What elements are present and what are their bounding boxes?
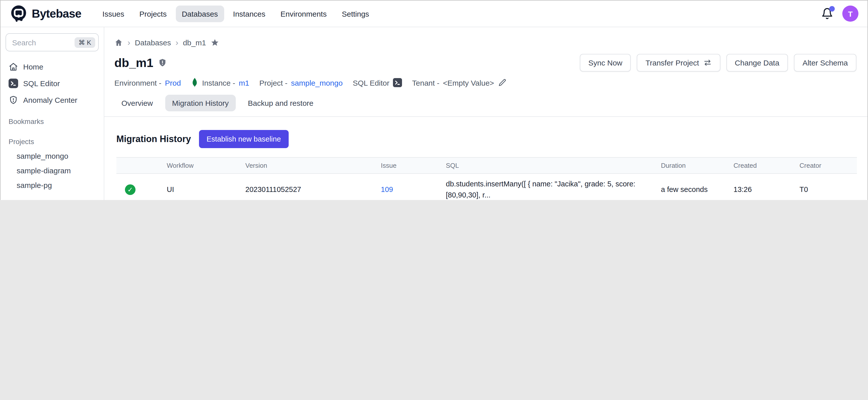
alter-schema-button[interactable]: Alter Schema — [794, 54, 857, 71]
bytebase-logo[interactable]: Bytebase — [9, 4, 81, 23]
topbar-right: T — [821, 5, 859, 22]
top-nav-menu: Issues Projects Databases Instances Envi… — [96, 5, 375, 22]
sql-cell: db.students.insertMany([ { name: "Jacika… — [441, 174, 656, 200]
chevron-right-icon: › — [127, 38, 130, 47]
column-header: Version — [240, 157, 376, 174]
sidebar-section-databases: Databases — [4, 198, 100, 200]
terminal-icon — [8, 79, 18, 88]
sidebar: ⌘ K Home SQL Editor — [0, 27, 104, 200]
title-row: db_m1 Sync Now Transfer Project — [104, 47, 868, 71]
migration-history-table: WorkflowVersionIssueSQLDurationCreatedCr… — [116, 157, 857, 200]
logo-text: Bytebase — [32, 7, 81, 21]
sync-now-button[interactable]: Sync Now — [580, 54, 631, 71]
sidebar-item-label: Home — [23, 62, 43, 71]
bookmark-star-icon[interactable] — [211, 38, 219, 47]
created-cell: 13:26 — [728, 174, 795, 200]
project-link[interactable]: sample_mongo — [291, 78, 343, 87]
notification-bell-icon[interactable] — [821, 7, 833, 20]
bytebase-logo-icon — [9, 4, 28, 23]
change-data-button[interactable]: Change Data — [726, 54, 788, 71]
app-window: Bytebase Issues Projects Databases Insta… — [0, 0, 868, 200]
creator-cell: T0 — [795, 174, 857, 200]
top-nav-item[interactable]: Issues — [96, 5, 130, 22]
search-input[interactable] — [11, 37, 74, 47]
meta-tenant: Tenant - <Empty Value> — [412, 78, 506, 87]
column-header: Created — [728, 157, 795, 174]
instance-label: Instance - — [202, 78, 235, 87]
success-icon: ✓ — [125, 184, 135, 195]
migration-section-header: Migration History Establish new baseline — [104, 117, 868, 148]
sidebar-item-label: SQL Editor — [23, 79, 60, 88]
meta-project: Project - sample_mongo — [259, 78, 343, 87]
search-box[interactable]: ⌘ K — [5, 33, 99, 51]
transfer-project-label: Transfer Project — [646, 58, 699, 67]
transfer-arrows-icon — [703, 58, 712, 67]
environment-label: Environment - — [114, 78, 161, 87]
meta-instance: Instance - m1 — [191, 78, 249, 88]
section-title: Migration History — [116, 134, 191, 144]
sidebar-item-anomaly-center[interactable]: Anomaly Center — [4, 92, 100, 108]
establish-baseline-button[interactable]: Establish new baseline — [199, 130, 288, 148]
avatar[interactable]: T — [842, 5, 859, 22]
database-meta-row: Environment - Prod Instance - m1 Project… — [104, 71, 868, 88]
instance-link[interactable]: m1 — [239, 78, 249, 87]
sidebar-project-item[interactable]: sample-pg — [4, 178, 100, 192]
table-header-row: WorkflowVersionIssueSQLDurationCreatedCr… — [116, 157, 857, 174]
meta-sql-editor[interactable]: SQL Editor — [353, 78, 402, 87]
top-nav-item[interactable]: Instances — [227, 5, 271, 22]
breadcrumb: › Databases › db_m1 — [104, 27, 868, 47]
chevron-right-icon: › — [176, 38, 178, 47]
sidebar-project-item[interactable]: sample-diagram — [4, 163, 100, 178]
tab[interactable]: Overview — [114, 95, 160, 111]
top-nav-item[interactable]: Projects — [133, 5, 173, 22]
workflow-cell: UI — [162, 174, 240, 200]
sidebar-project-item[interactable]: sample_mongo — [4, 149, 100, 163]
search-shortcut-badge: ⌘ K — [74, 37, 95, 48]
meta-environment: Environment - Prod — [114, 78, 181, 87]
table-row[interactable]: ✓ ! UI 20230111052527 109 db.students.in… — [116, 174, 857, 200]
tenant-value: <Empty Value> — [443, 78, 494, 87]
sidebar-projects-list: sample_mongo sample-diagram sample-pg — [4, 149, 100, 192]
issue-link[interactable]: 109 — [381, 186, 393, 194]
mongodb-leaf-icon — [191, 78, 198, 88]
project-label: Project - — [259, 78, 288, 87]
sidebar-item-label: Anomaly Center — [23, 96, 77, 104]
sql-editor-label: SQL Editor — [353, 78, 390, 87]
top-navbar: Bytebase Issues Projects Databases Insta… — [0, 0, 868, 27]
transfer-project-button[interactable]: Transfer Project — [637, 54, 720, 71]
version-cell: 20230111052527 — [240, 174, 376, 200]
action-buttons: Sync Now Transfer Project Change Data Al… — [580, 54, 857, 71]
home-icon — [8, 62, 18, 71]
breadcrumb-databases[interactable]: Databases — [135, 38, 171, 47]
shield-alert-icon — [8, 95, 18, 105]
sidebar-section-projects: Projects — [4, 134, 100, 149]
terminal-icon[interactable] — [393, 78, 402, 87]
sidebar-section-bookmarks: Bookmarks — [4, 114, 100, 128]
column-header: SQL — [441, 157, 656, 174]
column-header: Creator — [795, 157, 857, 174]
page-title: db_m1 — [114, 56, 167, 70]
main-content: › Databases › db_m1 db_m1 Sync Now — [104, 27, 868, 200]
shield-badge-icon — [158, 58, 167, 67]
tab[interactable]: Migration History — [165, 95, 236, 111]
notification-dot — [829, 6, 835, 11]
column-header: Workflow — [162, 157, 240, 174]
duration-cell: a few seconds — [656, 174, 728, 200]
tenant-label: Tenant - — [412, 78, 439, 87]
breadcrumb-home-icon[interactable] — [114, 38, 123, 47]
column-header: Issue — [376, 157, 441, 174]
breadcrumb-current: db_m1 — [183, 38, 206, 47]
environment-link[interactable]: Prod — [165, 78, 181, 87]
edit-pencil-icon[interactable] — [497, 78, 506, 87]
tab[interactable]: Backup and restore — [241, 95, 320, 111]
column-header — [116, 157, 162, 174]
tab-bar: Overview Migration History Backup and re… — [104, 88, 868, 117]
top-nav-item[interactable]: Environments — [275, 5, 333, 22]
sidebar-item-sql-editor[interactable]: SQL Editor — [4, 75, 100, 92]
column-header: Duration — [656, 157, 728, 174]
database-name: db_m1 — [114, 56, 153, 70]
top-nav-item[interactable]: Databases — [176, 5, 224, 22]
sidebar-item-home[interactable]: Home — [4, 58, 100, 75]
top-nav-item[interactable]: Settings — [336, 5, 375, 22]
